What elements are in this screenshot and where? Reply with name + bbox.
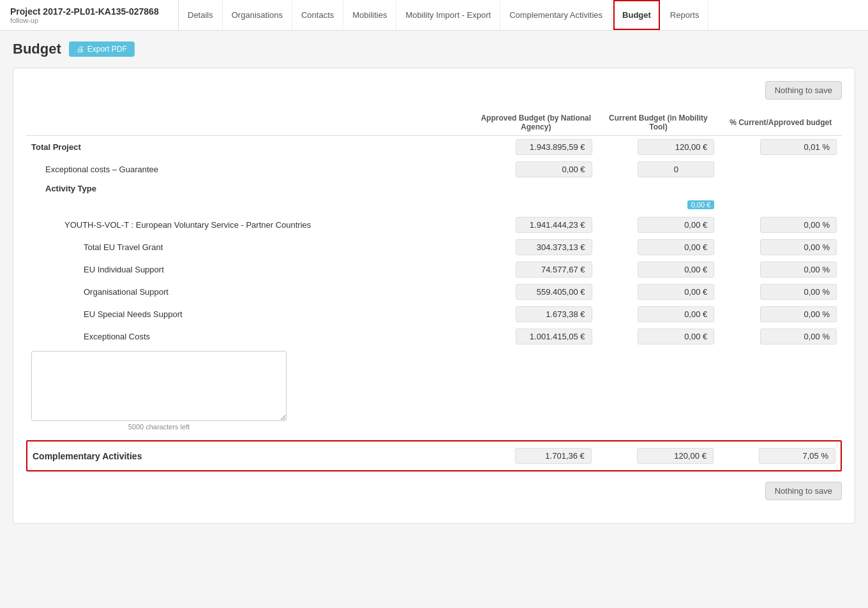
sub-item-row-1: EU Individual Support 74.577,67 € 0,00 €…: [26, 258, 842, 281]
budget-card: Nothing to save Approved Budget (by Nati…: [13, 68, 855, 524]
export-icon: 🖨: [77, 45, 84, 54]
complementary-activities-current: 120,00 €: [597, 441, 719, 470]
page-content: Budget 🖨 Export PDF Nothing to save Appr…: [0, 31, 868, 534]
youth-s-vol-t-approved: 1.941.444,23 €: [475, 214, 597, 236]
complementary-activities-label: Complementary Activities: [27, 441, 475, 470]
youth-s-vol-t-percent: 0,00 %: [719, 214, 842, 236]
sub-item-label-1: EU Individual Support: [26, 258, 475, 281]
tab-details[interactable]: Details: [179, 0, 223, 30]
activity-type-label: Activity Type: [26, 181, 475, 196]
project-title: Project 2017-2-PL01-KA135-027868: [10, 6, 168, 17]
nav-tabs: Details Organisations Contacts Mobilitie…: [179, 0, 708, 30]
exceptional-costs-guarantee-row: Exceptional costs – Guarantee 0,00 € 0: [26, 158, 842, 181]
project-subtitle: follow-up: [10, 17, 168, 24]
youth-badge: 0,00 €: [687, 200, 715, 209]
project-title-block: Project 2017-2-PL01-KA135-027868 follow-…: [0, 0, 179, 30]
tab-contacts[interactable]: Contacts: [292, 0, 343, 30]
sub-item-label-2: Organisational Support: [26, 281, 475, 303]
exceptional-costs-guarantee-percent: [719, 158, 842, 181]
exceptional-costs-guarantee-label: Exceptional costs – Guarantee: [26, 158, 475, 181]
budget-table: Approved Budget (by National Agency) Cur…: [26, 110, 842, 434]
complementary-activities-percent: 7,05 %: [719, 441, 841, 470]
sub-item-label-0: Total EU Travel Grant: [26, 236, 475, 258]
youth-s-vol-t-label: YOUTH-S-VOL-T : European Voluntary Servi…: [26, 214, 475, 236]
sub-item-row-3: EU Special Needs Support 1.673,38 € 0,00…: [26, 303, 842, 325]
nothing-to-save-button-bottom[interactable]: Nothing to save: [765, 482, 842, 500]
tab-mobility-import-export[interactable]: Mobility Import - Export: [396, 0, 500, 30]
total-project-label: Total Project: [26, 136, 475, 159]
export-pdf-button[interactable]: 🖨 Export PDF: [69, 41, 135, 57]
page-header: Budget 🖨 Export PDF: [13, 41, 855, 57]
nothing-to-save-button-top[interactable]: Nothing to save: [765, 81, 842, 100]
sub-item-row-0: Total EU Travel Grant 304.373,13 € 0,00 …: [26, 236, 842, 258]
activity-type-header-row: Activity Type: [26, 181, 842, 196]
youth-badge-cell: 0,00 €: [597, 196, 720, 214]
exceptional-costs-textarea-row: 5000 characters left: [26, 348, 842, 434]
char-count: 5000 characters left: [31, 423, 287, 431]
col-header-label: [26, 110, 475, 136]
sub-item-row-4: Exceptional Costs 1.001.415,05 € 0,00 € …: [26, 325, 842, 348]
tab-mobilities[interactable]: Mobilities: [343, 0, 396, 30]
complementary-activities-table: Complementary Activities 1.701,36 € 120,…: [27, 441, 841, 470]
sub-item-label-3: EU Special Needs Support: [26, 303, 475, 325]
save-row-bottom: Nothing to save: [26, 482, 842, 500]
sub-item-row-2: Organisational Support 559.405,00 € 0,00…: [26, 281, 842, 303]
col-header-current: Current Budget (in Mobility Tool): [597, 110, 720, 136]
sub-item-label-4: Exceptional Costs: [26, 325, 475, 348]
total-project-row: Total Project 1.943.895,59 € 120,00 € 0,…: [26, 136, 842, 159]
youth-badge-row: 0,00 €: [26, 196, 842, 214]
exceptional-costs-guarantee-approved: 0,00 €: [475, 158, 597, 181]
export-btn-label: Export PDF: [87, 45, 127, 54]
complementary-activities-row: Complementary Activities 1.701,36 € 120,…: [27, 441, 841, 470]
youth-s-vol-t-current: 0,00 €: [597, 214, 720, 236]
total-project-approved: 1.943.895,59 €: [475, 136, 597, 159]
youth-s-vol-t-row: YOUTH-S-VOL-T : European Voluntary Servi…: [26, 214, 842, 236]
complementary-activities-approved: 1.701,36 €: [475, 441, 597, 470]
page-title: Budget: [13, 41, 61, 57]
tab-complementary-activities[interactable]: Complementary Activities: [500, 0, 612, 30]
total-project-percent: 0,01 %: [719, 136, 842, 159]
top-navigation: Project 2017-2-PL01-KA135-027868 follow-…: [0, 0, 868, 31]
total-project-current: 120,00 €: [597, 136, 720, 159]
tab-organisations[interactable]: Organisations: [223, 0, 292, 30]
tab-reports[interactable]: Reports: [661, 0, 709, 30]
exceptional-costs-guarantee-current: 0: [597, 158, 720, 181]
tab-budget[interactable]: Budget: [612, 0, 661, 30]
complementary-activities-section: Complementary Activities 1.701,36 € 120,…: [26, 440, 842, 471]
col-header-percent: % Current/Approved budget: [719, 110, 842, 136]
save-row-top: Nothing to save: [26, 81, 842, 100]
exceptional-costs-textarea[interactable]: [31, 351, 287, 421]
textarea-cell: 5000 characters left: [26, 348, 842, 434]
col-header-approved: Approved Budget (by National Agency): [475, 110, 597, 136]
